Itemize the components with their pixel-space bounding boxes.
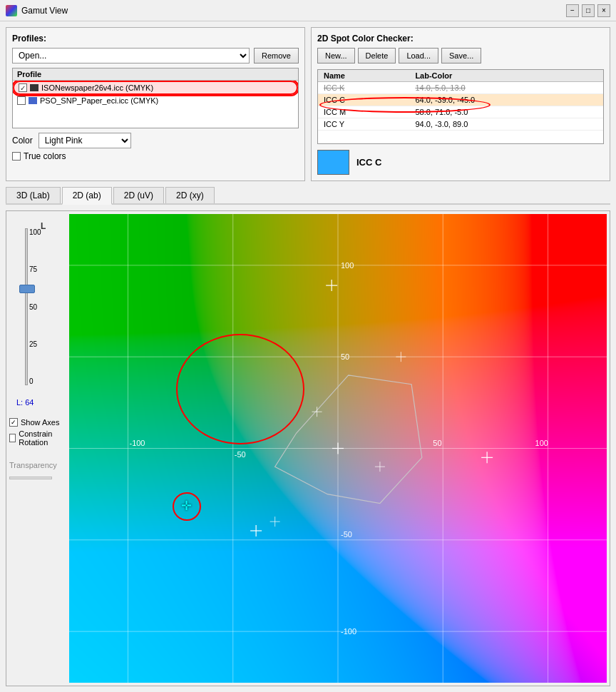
new-button[interactable]: New... (317, 48, 355, 63)
tabs-row: 3D (Lab) 2D (ab) 2D (uV) 2D (xy) (6, 187, 610, 205)
window-title: Gamut View (21, 6, 68, 16)
color-label: Color (12, 136, 33, 146)
spot-name-icc-y: ICC Y (318, 118, 409, 131)
spot-btn-row: New... Delete Load... Save... (317, 48, 604, 63)
load-button[interactable]: Load... (399, 48, 438, 63)
profile-list-header: Profile (13, 68, 298, 81)
profile-item-1[interactable]: ISONewspaper26v4.icc (CMYK) (13, 81, 298, 95)
spot-row-icc-y[interactable]: ICC Y 94.0, -3.0, 89.0 (318, 118, 603, 131)
l-tick-0: 0 (29, 377, 41, 385)
spot-name-icc-m: ICC M (318, 106, 409, 118)
app-icon (6, 5, 17, 16)
spot-name-icc-k: ICC K (318, 82, 409, 94)
tab-2d-ab[interactable]: 2D (ab) (62, 187, 112, 205)
transparency-slider[interactable] (9, 477, 52, 479)
profile-checkbox-1[interactable] (19, 83, 27, 92)
gamut-canvas[interactable] (69, 214, 607, 683)
transparency-label: Transparency (9, 461, 66, 469)
l-tick-25: 25 (29, 340, 41, 348)
spot-color-swatch (317, 150, 349, 175)
viz-area: L 100 75 50 25 0 L: 64 S (6, 210, 610, 686)
color-map-wrapper: ✛ (69, 214, 607, 683)
save-button[interactable]: Save... (441, 48, 481, 63)
minimize-button[interactable]: − (566, 4, 579, 17)
l-axis-label: L (41, 221, 46, 231)
spot-lab-icc-y: 94.0, -3.0, 89.0 (409, 118, 603, 131)
remove-button[interactable]: Remove (254, 48, 299, 63)
spot-row-icc-m[interactable]: ICC M 58.0, 71.0, -5.0 (318, 106, 603, 118)
title-bar: Gamut View − □ × (0, 0, 616, 21)
profile-list-scroll[interactable]: ISONewspaper26v4.icc (CMYK) PSO_SNP_Pape… (13, 81, 298, 128)
profiles-open-select[interactable]: Open... (12, 48, 250, 63)
show-axes-label: Show Axes (21, 418, 59, 427)
delete-button[interactable]: Delete (358, 48, 396, 63)
profiles-open-row: Open... Remove (12, 48, 299, 63)
l-tick-75: 75 (29, 265, 41, 273)
restore-button[interactable]: □ (582, 4, 595, 17)
spot-table: Name Lab-Color ICC K 14.0, 5.0, 13.0 (318, 70, 603, 131)
constrain-rotation-label: Constrain Rotation (19, 429, 66, 447)
spot-panel: 2D Spot Color Checker: New... Delete Loa… (311, 27, 610, 181)
col-lab-header: Lab-Color (409, 70, 603, 82)
close-button[interactable]: × (597, 4, 610, 17)
checkboxes: Show Axes Constrain Rotation (9, 418, 66, 449)
profile-icon-1 (30, 84, 38, 91)
l-slider-track (25, 228, 28, 385)
profile-name-1: ISONewspaper26v4.icc (CMYK) (41, 83, 153, 92)
show-axes-checkbox[interactable] (9, 418, 18, 427)
color-select[interactable]: Light Pink (38, 133, 131, 148)
spot-table-scroll[interactable]: Name Lab-Color ICC K 14.0, 5.0, 13.0 (318, 70, 603, 143)
tab-2d-uv[interactable]: 2D (uV) (113, 187, 164, 203)
l-slider-thumb[interactable] (19, 285, 35, 293)
spot-checker-title: 2D Spot Color Checker: (317, 34, 604, 44)
l-tick-50: 50 (29, 303, 41, 311)
true-colors-checkbox[interactable] (12, 152, 21, 161)
true-colors-row: True colors (12, 151, 299, 161)
constrain-rotation-row: Constrain Rotation (9, 429, 66, 447)
title-bar-left: Gamut View (6, 5, 68, 16)
profile-list-box: Profile ISONewspaper26v4.icc (CMYK) PSO_… (12, 68, 299, 128)
spot-preview-row: ICC C (317, 150, 604, 175)
profile-item-2[interactable]: PSO_SNP_Paper_eci.icc (CMYK) (13, 95, 298, 106)
color-row: Color Light Pink (12, 133, 299, 148)
profile-name-2: PSO_SNP_Paper_eci.icc (CMYK) (40, 96, 158, 105)
spot-lab-icc-m: 58.0, 71.0, -5.0 (409, 106, 603, 118)
profile-checkbox-2[interactable] (17, 96, 26, 105)
title-bar-controls[interactable]: − □ × (566, 4, 610, 17)
constrain-rotation-checkbox[interactable] (9, 434, 16, 442)
spot-lab-icc-k: 14.0, 5.0, 13.0 (409, 82, 603, 94)
main-content: Profiles: Open... Remove Profile ISONews… (0, 21, 616, 692)
spot-color-name: ICC C (356, 157, 381, 168)
true-colors-label: True colors (24, 151, 66, 161)
col-name-header: Name (318, 70, 409, 82)
spot-lab-icc-c: 64.0, -39.0, -45.0 (409, 94, 603, 106)
show-axes-row: Show Axes (9, 418, 66, 427)
spot-name-icc-c: ICC C (318, 94, 409, 106)
spot-row-icc-c[interactable]: ICC C 64.0, -39.0, -45.0 (318, 94, 603, 106)
spot-row-icc-k[interactable]: ICC K 14.0, 5.0, 13.0 (318, 82, 603, 94)
profile-icon-2 (29, 97, 37, 104)
spot-table-wrapper: Name Lab-Color ICC K 14.0, 5.0, 13.0 (317, 69, 604, 144)
l-tick-100: 100 (29, 228, 41, 236)
profiles-panel: Profiles: Open... Remove Profile ISONews… (6, 27, 305, 181)
profiles-title: Profiles: (12, 34, 299, 44)
top-panels: Profiles: Open... Remove Profile ISONews… (6, 27, 610, 181)
tab-2d-xy[interactable]: 2D (xy) (165, 187, 215, 203)
tab-3d-lab[interactable]: 3D (Lab) (6, 187, 61, 203)
left-controls: L 100 75 50 25 0 L: 64 S (9, 214, 66, 683)
